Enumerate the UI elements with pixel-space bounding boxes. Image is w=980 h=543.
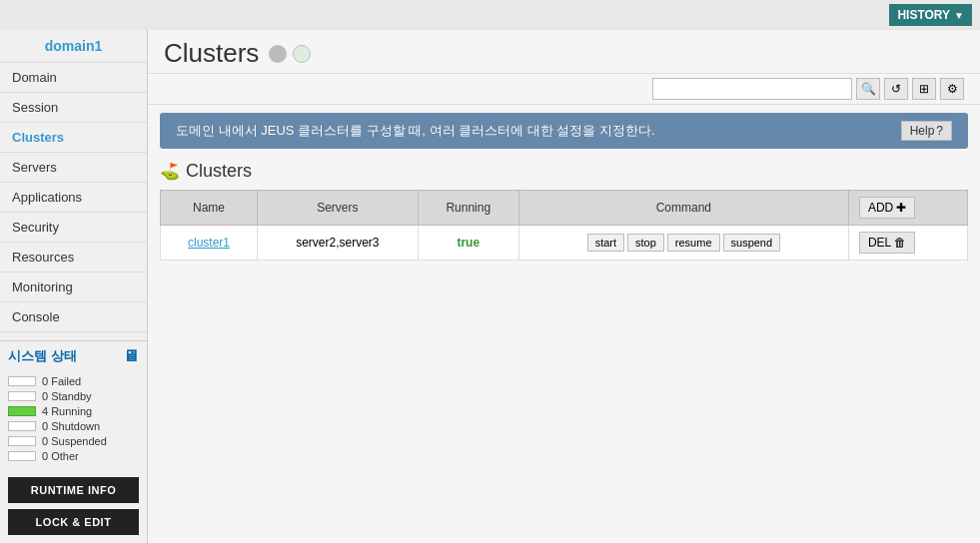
- status-bar-running: [8, 406, 36, 416]
- status-row-other: 0 Other: [8, 450, 139, 462]
- status-bar-shutdown: [8, 421, 36, 431]
- col-running: Running: [418, 191, 518, 226]
- refresh-button[interactable]: ↺: [884, 78, 908, 100]
- sidebar-item-applications[interactable]: Applications: [0, 183, 147, 213]
- help-button[interactable]: Help ?: [901, 121, 952, 141]
- system-status-section: 시스템 상태 🖥: [0, 340, 147, 371]
- sidebar-item-servers[interactable]: Servers: [0, 153, 147, 183]
- status-row-running: 4 Running: [8, 405, 139, 417]
- add-button[interactable]: ADD ✚: [859, 197, 915, 219]
- sidebar: domain1 DomainSessionClustersServersAppl…: [0, 30, 148, 543]
- cluster-del-cell: DEL 🗑: [848, 226, 967, 261]
- info-banner: 도메인 내에서 JEUS 클러스터를 구성할 때, 여러 클러스터에 대한 설정…: [160, 113, 968, 149]
- col-command: Command: [518, 191, 848, 226]
- status-text-other: 0 Other: [42, 450, 79, 462]
- cluster-servers-cell: server2,server3: [258, 226, 419, 261]
- cluster-name-cell: cluster1: [161, 226, 258, 261]
- help-label: Help: [910, 124, 935, 138]
- export-button[interactable]: ⊞: [912, 78, 936, 100]
- resume-button[interactable]: resume: [667, 234, 720, 252]
- status-text-shutdown: 0 Shutdown: [42, 420, 100, 432]
- clusters-icon: ⛳: [160, 162, 180, 181]
- sidebar-item-console[interactable]: Console: [0, 302, 147, 332]
- add-label: ADD: [868, 201, 893, 215]
- page-title: Clusters: [164, 38, 259, 69]
- settings-button[interactable]: ⚙: [940, 78, 964, 100]
- clusters-title: ⛳ Clusters: [160, 161, 968, 182]
- status-row-failed: 0 Failed: [8, 375, 139, 387]
- help-icon: ?: [936, 124, 943, 138]
- sidebar-item-monitoring[interactable]: Monitoring: [0, 272, 147, 302]
- content-header: Clusters: [148, 30, 980, 74]
- status-row-standby: 0 Standby: [8, 390, 139, 402]
- content-area: Clusters 🔍 ↺ ⊞ ⚙ 도메인 내에서 JEUS 클러스터를 구성할 …: [148, 30, 980, 543]
- suspend-button[interactable]: suspend: [723, 234, 781, 252]
- stop-button[interactable]: stop: [627, 234, 664, 252]
- main-layout: domain1 DomainSessionClustersServersAppl…: [0, 30, 980, 543]
- status-bar-suspended: [8, 436, 36, 446]
- del-button[interactable]: DEL 🗑: [859, 232, 915, 254]
- history-button[interactable]: HISTORY ▼: [889, 4, 972, 26]
- cluster-name-link[interactable]: cluster1: [188, 236, 230, 250]
- cluster-command-cell: startstopresumesuspend: [518, 226, 848, 261]
- cluster-running-cell: true: [418, 226, 518, 261]
- circle-light: [293, 45, 311, 63]
- system-status-label: 시스템 상태: [8, 347, 77, 365]
- col-servers: Servers: [258, 191, 419, 226]
- search-button[interactable]: 🔍: [856, 78, 880, 100]
- toolbar: 🔍 ↺ ⊞ ⚙: [148, 74, 980, 105]
- sidebar-nav: DomainSessionClustersServersApplications…: [0, 63, 147, 340]
- status-bar-failed: [8, 376, 36, 386]
- top-bar: HISTORY ▼: [0, 0, 980, 30]
- sidebar-item-security[interactable]: Security: [0, 213, 147, 243]
- sidebar-domain[interactable]: domain1: [0, 30, 147, 63]
- status-text-standby: 0 Standby: [42, 390, 92, 402]
- history-arrow: ▼: [954, 10, 964, 21]
- add-icon: ✚: [896, 201, 906, 215]
- decorative-circles: [269, 45, 311, 63]
- clusters-table: Name Servers Running Command ADD ✚ clus: [160, 190, 968, 261]
- status-bar-standby: [8, 391, 36, 401]
- table-header-row: Name Servers Running Command ADD ✚: [161, 191, 968, 226]
- system-status-icon: 🖥: [123, 347, 139, 365]
- clusters-section-title: Clusters: [186, 161, 252, 182]
- col-add: ADD ✚: [848, 191, 967, 226]
- status-row-shutdown: 0 Shutdown: [8, 420, 139, 432]
- start-button[interactable]: start: [587, 234, 624, 252]
- status-list: 0 Failed0 Standby4 Running0 Shutdown0 Su…: [0, 371, 147, 469]
- runtime-info-button[interactable]: RUNTIME INFO: [8, 477, 139, 503]
- search-input[interactable]: [652, 78, 852, 100]
- table-row: cluster1server2,server3truestartstopresu…: [161, 226, 968, 261]
- lock-edit-button[interactable]: LOCK & EDIT: [8, 509, 139, 535]
- col-name: Name: [161, 191, 258, 226]
- status-row-suspended: 0 Suspended: [8, 435, 139, 447]
- sidebar-item-domain[interactable]: Domain: [0, 63, 147, 93]
- status-text-failed: 0 Failed: [42, 375, 81, 387]
- status-text-suspended: 0 Suspended: [42, 435, 107, 447]
- status-bar-other: [8, 451, 36, 461]
- circle-gray: [269, 45, 287, 63]
- sidebar-item-session[interactable]: Session: [0, 93, 147, 123]
- sidebar-item-resources[interactable]: Resources: [0, 243, 147, 272]
- info-banner-text: 도메인 내에서 JEUS 클러스터를 구성할 때, 여러 클러스터에 대한 설정…: [176, 122, 655, 140]
- status-text-running: 4 Running: [42, 405, 92, 417]
- clusters-section: ⛳ Clusters Name Servers Running Command …: [148, 153, 980, 543]
- history-label: HISTORY: [897, 8, 950, 22]
- sidebar-item-clusters[interactable]: Clusters: [0, 123, 147, 153]
- sidebar-bottom: RUNTIME INFO LOCK & EDIT: [0, 469, 147, 543]
